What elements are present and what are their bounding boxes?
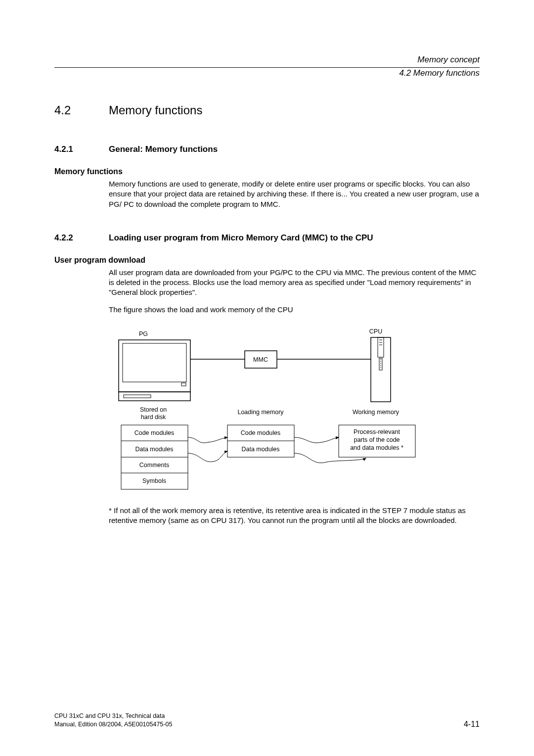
page-number: 4-11 [464, 720, 480, 729]
svg-text:Data modules: Data modules [135, 446, 173, 453]
arrow-code-mid-right [294, 437, 339, 443]
svg-rect-5 [371, 337, 391, 402]
loading-label: Loading memory [237, 409, 284, 416]
header-chapter: Memory concept [54, 54, 480, 65]
body-text-421: Memory functions are used to generate, m… [109, 179, 480, 209]
cpu-label: CPU [369, 328, 382, 335]
svg-text:Code modules: Code modules [241, 429, 281, 436]
svg-text:Process-relevant: Process-relevant [354, 428, 400, 435]
svg-text:parts of the code: parts of the code [354, 436, 400, 443]
svg-rect-4 [124, 395, 151, 398]
working-memory-box: Process-relevant parts of the code and d… [339, 425, 415, 457]
arrow-data-mid-right [294, 453, 366, 463]
section-4-2-1: 4.2.1 General: Memory functions [54, 144, 480, 154]
body-text-422b: The figure shows the load and work memor… [109, 305, 480, 315]
svg-text:and data modules *: and data modules * [350, 444, 403, 451]
header-section: 4.2 Memory functions [54, 68, 480, 79]
cpu-device-icon [371, 337, 391, 402]
paragraph-title-user-download: User program download [54, 256, 480, 265]
paragraph-title-memory-functions: Memory functions [54, 167, 480, 176]
subsection-title: Loading user program from Micro Memory C… [109, 233, 373, 243]
svg-text:MMC: MMC [253, 356, 268, 363]
footnote-text: * If not all of the work memory area is … [109, 506, 480, 526]
hard-disk-stack: Code modules Data modules Comments Symbo… [121, 425, 188, 489]
footer-line1: CPU 31xC and CPU 31x, Technical data [54, 712, 172, 720]
section-number: 4.2 [54, 103, 89, 117]
pg-monitor-icon [119, 340, 190, 401]
page-footer: CPU 31xC and CPU 31x, Technical data Man… [54, 712, 480, 729]
section-4-2: 4.2 Memory functions [54, 103, 480, 117]
section-title: Memory functions [109, 103, 202, 117]
page-header: Memory concept 4.2 Memory functions [54, 54, 480, 79]
memory-diagram: PG CPU [109, 324, 480, 502]
stored-line1: Stored on [140, 406, 167, 413]
footer-line2: Manual, Edition 08/2004, A5E00105475-05 [54, 720, 172, 729]
svg-rect-3 [119, 392, 190, 401]
subsection-number: 4.2.2 [54, 233, 89, 243]
svg-text:Data modules: Data modules [241, 446, 279, 453]
mmc-box: MMC [245, 351, 277, 368]
body-text-422a: All user program data are downloaded fro… [109, 268, 480, 298]
svg-rect-10 [379, 358, 382, 370]
loading-memory-stack: Code modules Data modules [227, 425, 294, 457]
svg-rect-0 [119, 340, 190, 392]
subsection-number: 4.2.1 [54, 144, 89, 154]
stored-line2: hard disk [141, 414, 166, 421]
arrow-data-left-mid [188, 451, 227, 462]
svg-text:Comments: Comments [139, 462, 169, 469]
svg-text:Code modules: Code modules [134, 429, 175, 436]
subsection-title: General: Memory functions [109, 144, 218, 154]
svg-rect-1 [123, 343, 186, 382]
arrow-code-left-mid [188, 437, 227, 443]
working-label: Working memory [353, 409, 400, 416]
section-4-2-2: 4.2.2 Loading user program from Micro Me… [54, 233, 480, 243]
svg-rect-6 [378, 337, 384, 357]
svg-text:Symbols: Symbols [142, 477, 166, 484]
pg-label: PG [139, 331, 148, 337]
svg-rect-2 [181, 383, 186, 386]
